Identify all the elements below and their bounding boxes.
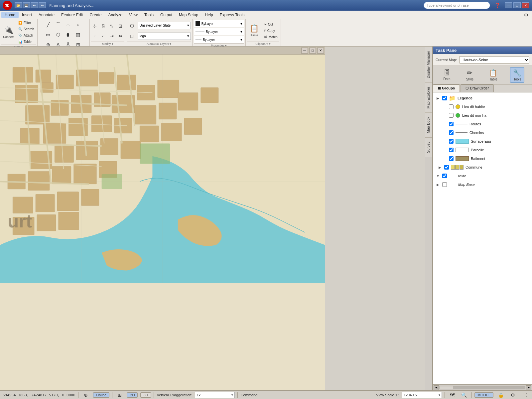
match-prop-btn[interactable]: ⌘ Match [262, 34, 279, 40]
menu-feature-edit[interactable]: Feature Edit [58, 12, 86, 18]
groups-tab[interactable]: ⊞ Groups [433, 84, 460, 92]
parcelle-checkbox[interactable] [449, 148, 454, 152]
online-btn[interactable]: Online [93, 392, 110, 398]
linetype-dropdown[interactable]: ——— ByLayer ▾ [194, 28, 244, 35]
search-input[interactable]: Type a keyword or phrase [427, 3, 469, 7]
zoom-btn[interactable]: 🔍 [460, 390, 469, 399]
menu-insert[interactable]: Insert [19, 12, 35, 18]
scroll-right-btn[interactable]: ▶ [526, 385, 531, 390]
attach-btn[interactable]: 📎 Attach [17, 33, 36, 38]
settings-btn[interactable]: ⚙ [508, 390, 517, 399]
modify-group-label[interactable]: Modify [91, 42, 124, 46]
menu-output[interactable]: Output [157, 12, 176, 18]
polygon-btn[interactable]: ⬡ [54, 30, 63, 39]
qat-undo-btn[interactable]: ↩ [31, 2, 38, 8]
qat-redo-btn[interactable]: ↪ [39, 2, 46, 8]
layer-texte[interactable]: ▼ texte [433, 172, 532, 180]
layer-lieu-non-ha[interactable]: Lieu dit non-ha [433, 111, 532, 120]
side-tab-display-manager[interactable]: Display Manager [425, 47, 432, 82]
menu-annotate[interactable]: Annotate [35, 12, 58, 18]
menu-map-setup[interactable]: Map Setup [176, 12, 201, 18]
layer-commune[interactable]: ▶ Commune [433, 163, 532, 172]
mirror-btn[interactable]: ⇔ [116, 31, 124, 41]
map-maximize-btn[interactable]: □ [309, 48, 316, 54]
draw-order-tab[interactable]: ⬡ Draw Order [461, 84, 494, 92]
copy-clip-btn[interactable]: ⎘ Copy [262, 28, 279, 34]
layer-properties-btn[interactable]: ⬡ [127, 21, 137, 30]
commune-checkbox[interactable] [444, 165, 449, 170]
polyline-btn[interactable]: ⌒ [54, 20, 63, 29]
grid-btn[interactable]: ⊞ [115, 390, 124, 399]
scroll-track[interactable] [440, 386, 525, 389]
modify-copy-btn[interactable]: ⎘ [99, 21, 107, 31]
3d-btn[interactable]: 3D [140, 392, 151, 398]
commune-expand-icon[interactable]: ▶ [438, 165, 442, 170]
tab-table[interactable]: 📋 Table [486, 67, 500, 83]
scroll-left-btn[interactable]: ◀ [434, 385, 439, 390]
side-tab-map-book[interactable]: Map Book [425, 112, 432, 137]
tab-data[interactable]: 🗄 Data [441, 67, 454, 83]
menu-home[interactable]: Home [1, 12, 19, 18]
stretch-btn[interactable]: ⤡ [108, 21, 116, 31]
batiment-checkbox[interactable] [449, 156, 454, 161]
map-close-btn[interactable]: ✕ [317, 48, 324, 54]
layer-chemins[interactable]: Chemins [433, 128, 532, 137]
map-minimize-btn[interactable]: — [301, 48, 308, 54]
menu-express-tools[interactable]: Express Tools [216, 12, 248, 18]
connect-btn[interactable]: 🔌 Connect [1, 23, 16, 42]
lieu-habite-checkbox[interactable] [449, 104, 454, 109]
lock-btn[interactable]: 🔒 [496, 390, 505, 399]
layer-name-dropdown[interactable]: logo ▾ [138, 33, 191, 40]
map-base-checkbox[interactable] [442, 182, 447, 187]
line-btn[interactable]: ╱ [44, 20, 53, 29]
layer-map-base[interactable]: ▶ Map Base [433, 180, 532, 189]
search-btn[interactable]: 🔍 Search [17, 26, 36, 32]
current-map-select[interactable]: Hauts-de-Seine [460, 56, 529, 64]
layer-surface-eau[interactable]: Surface Eau [433, 137, 532, 146]
menu-create[interactable]: Create [86, 12, 105, 18]
lieu-non-ha-checkbox[interactable] [449, 113, 454, 118]
layers-group-label[interactable]: AutoCAD Layers [127, 42, 191, 46]
qat-save-btn[interactable]: 💾 [23, 2, 30, 8]
menu-tools[interactable]: Tools [141, 12, 157, 18]
rect-btn[interactable]: ▭ [44, 30, 53, 39]
layer-batiment[interactable]: Batiment [433, 154, 532, 163]
maximize-btn[interactable]: □ [513, 2, 521, 8]
surface-eau-checkbox[interactable] [449, 139, 454, 144]
map-base-expand-icon[interactable]: ▶ [436, 182, 440, 187]
layer-legende[interactable]: ▶ 📁 Legende [433, 94, 532, 102]
2d-btn[interactable]: 2D [127, 392, 138, 398]
texte-checkbox[interactable] [442, 174, 447, 178]
modify-move-btn[interactable]: ⊹ [91, 21, 99, 31]
ellipse-btn[interactable]: ⬮ [64, 30, 73, 39]
help-btn[interactable]: ❓ [493, 1, 502, 10]
layer-routes[interactable]: Routes [433, 120, 532, 128]
routes-checkbox[interactable] [449, 122, 454, 126]
legende-checkbox[interactable] [442, 96, 447, 100]
legende-expand-icon[interactable]: ▶ [436, 96, 440, 100]
side-tab-survey[interactable]: Survey [425, 137, 432, 157]
tab-tools[interactable]: 🔧 Tools [510, 67, 524, 83]
layer-btn[interactable]: □ [127, 32, 137, 41]
snap-btn[interactable]: ⊕ [81, 390, 90, 399]
offset-btn[interactable]: ⇥ [108, 31, 116, 41]
table-btn[interactable]: 📊 Table [17, 39, 36, 45]
map-nav-btn[interactable]: 🗺 [448, 390, 457, 399]
tab-style[interactable]: ✏ Style [463, 67, 476, 83]
menu-help[interactable]: Help [201, 12, 216, 18]
qat-open-btn[interactable]: 📂 [15, 2, 22, 8]
scroll-thumb[interactable] [440, 386, 453, 389]
minimize-btn[interactable]: — [505, 2, 512, 8]
cut-btn[interactable]: ✂ Cut [262, 22, 279, 27]
circle-btn[interactable]: ○ [73, 20, 83, 29]
lineweight-dropdown[interactable]: —— ByLayer ▾ [194, 36, 244, 43]
layer-parcelle[interactable]: Parcelle [433, 146, 532, 154]
clipboard-group-label[interactable]: Clipboard [247, 42, 279, 46]
filter-btn[interactable]: 🔽 Filter [17, 20, 36, 26]
menu-analyze[interactable]: Analyze [105, 12, 126, 18]
model-btn[interactable]: MODEL [474, 392, 493, 398]
texte-expand-icon[interactable]: ▼ [436, 174, 440, 178]
paste-btn[interactable]: 📋 Paste [247, 21, 262, 41]
color-dropdown[interactable]: ByLayer ▾ [194, 20, 244, 27]
chemins-checkbox[interactable] [449, 130, 454, 135]
